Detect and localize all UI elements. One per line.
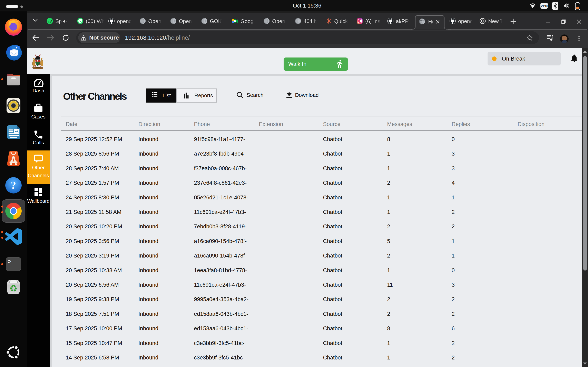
svg-text:VPN: VPN	[541, 4, 548, 8]
svg-text:♻: ♻	[9, 284, 17, 293]
svg-text:?: ?	[11, 179, 16, 191]
svg-text:>_: >_	[8, 258, 15, 265]
